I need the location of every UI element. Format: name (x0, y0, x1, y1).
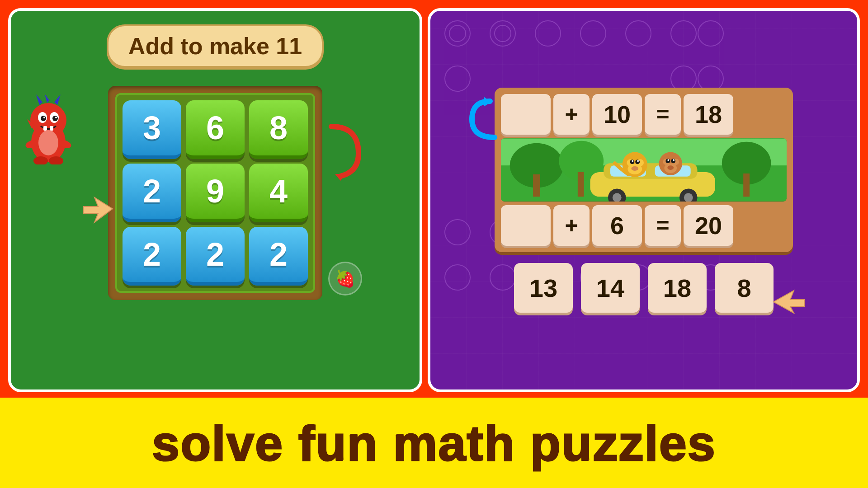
answer-tile-2[interactable]: 18 (648, 263, 707, 313)
svg-rect-11 (43, 126, 47, 131)
svg-rect-48 (533, 174, 540, 197)
cell-5[interactable]: 4 (249, 164, 308, 222)
svg-point-26 (626, 21, 651, 46)
svg-point-16 (38, 130, 58, 155)
svg-point-77 (673, 159, 675, 161)
svg-point-5 (52, 116, 58, 121)
blue-arrow (467, 97, 504, 144)
right-hand-pointer (769, 284, 805, 322)
svg-point-32 (445, 220, 470, 245)
title-banner: Add to make 11 (107, 24, 324, 68)
svg-point-78 (667, 165, 674, 170)
cell-4[interactable]: 9 (186, 164, 245, 222)
cell-0[interactable]: 3 (123, 100, 181, 159)
eq-result-2: 20 (684, 205, 733, 246)
bottom-banner: solve fun math puzzles (0, 398, 868, 488)
cartoon-image-strip (501, 138, 787, 202)
main-container: Add to make 11 (0, 0, 868, 488)
svg-point-38 (490, 265, 515, 290)
eq-number-2: 6 (592, 205, 642, 246)
right-panel: + 10 = 18 (428, 8, 860, 392)
svg-point-29 (445, 66, 470, 91)
strawberry-badge: 🍓 (328, 262, 362, 296)
hand-pointer (81, 188, 122, 238)
cell-6[interactable]: 2 (123, 227, 181, 286)
eq-plus-1: + (553, 94, 590, 135)
eq-blank-1[interactable] (501, 94, 551, 135)
cell-3[interactable]: 2 (123, 164, 181, 222)
number-grid: 3 6 8 2 9 4 2 2 2 (115, 93, 315, 293)
svg-point-37 (445, 265, 470, 290)
svg-point-76 (667, 159, 669, 161)
eq-blank-2[interactable] (501, 205, 551, 246)
eq-equals-2: = (645, 205, 681, 246)
svg-point-24 (535, 21, 561, 46)
panels-row: Add to make 11 (0, 0, 868, 398)
svg-rect-52 (743, 174, 750, 197)
svg-rect-50 (578, 172, 584, 197)
svg-point-7 (55, 117, 57, 118)
monster-character (24, 92, 73, 164)
number-grid-container: 3 6 8 2 9 4 2 2 2 (108, 86, 322, 300)
cell-7[interactable]: 2 (186, 227, 245, 286)
svg-point-21 (449, 25, 466, 42)
title-text: Add to make 11 (128, 33, 302, 59)
svg-point-27 (671, 21, 696, 46)
eq-equals-1: = (645, 94, 681, 135)
svg-point-22 (490, 21, 515, 46)
cell-1[interactable]: 6 (186, 100, 245, 159)
svg-marker-10 (45, 94, 49, 103)
svg-point-6 (43, 117, 45, 118)
equation-row-2: + 6 = 20 (501, 205, 787, 246)
eq-number-1: 10 (592, 94, 642, 135)
svg-point-25 (580, 21, 606, 46)
svg-marker-8 (36, 94, 42, 105)
eq-plus-2: + (553, 205, 590, 246)
svg-point-20 (445, 21, 470, 46)
svg-point-4 (41, 116, 46, 121)
bottom-text: solve fun math puzzles (152, 414, 716, 472)
svg-marker-44 (484, 97, 491, 107)
svg-point-67 (632, 160, 633, 162)
red-arrow (322, 122, 368, 183)
svg-point-68 (637, 160, 639, 162)
svg-point-28 (698, 21, 723, 46)
svg-point-69 (631, 166, 638, 171)
answer-tiles: 13 14 18 8 (514, 263, 774, 313)
svg-point-23 (495, 25, 511, 42)
eq-result-1: 18 (684, 94, 733, 135)
svg-marker-9 (54, 94, 61, 105)
equation-board: + 10 = 18 (495, 88, 793, 252)
answer-tile-0[interactable]: 13 (514, 263, 573, 313)
svg-rect-12 (50, 126, 53, 131)
answer-tile-3[interactable]: 8 (715, 263, 774, 313)
equation-row-1: + 10 = 18 (501, 94, 787, 135)
cell-2[interactable]: 8 (249, 100, 308, 159)
left-panel: Add to make 11 (8, 8, 422, 392)
answer-tile-1[interactable]: 14 (581, 263, 640, 313)
cell-8[interactable]: 2 (249, 227, 308, 286)
